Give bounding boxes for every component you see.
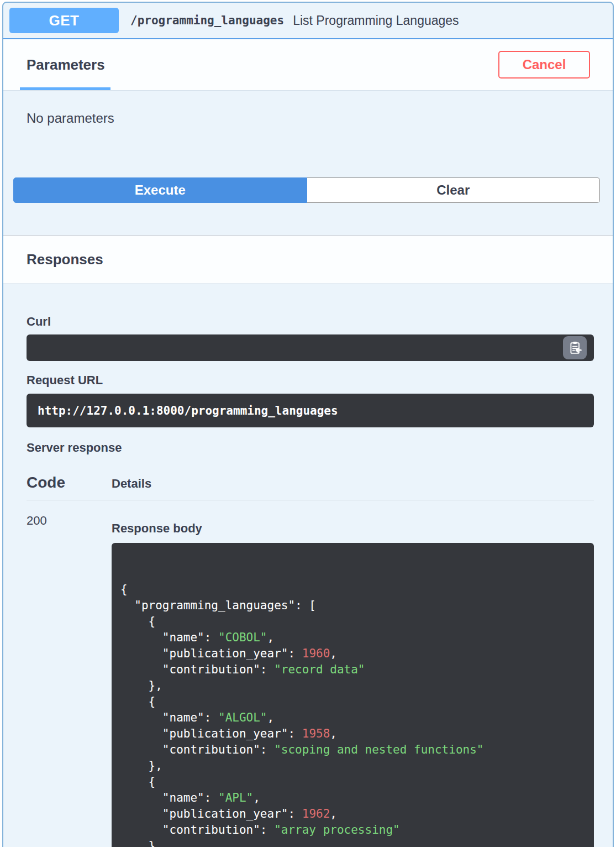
responses-title: Responses <box>27 251 103 268</box>
execute-button-row: Execute Clear <box>13 177 600 203</box>
response-row-200: 200 Response body { "programming_languag… <box>27 500 594 847</box>
spacer <box>3 203 613 235</box>
no-parameters-text: No parameters <box>27 111 613 126</box>
operation-summary[interactable]: GET /programming_languages List Programm… <box>3 3 613 39</box>
response-table-header: Code Details <box>27 474 594 492</box>
tab-parameters[interactable]: Parameters <box>27 56 105 74</box>
copy-to-clipboard-icon <box>567 340 583 355</box>
execute-button[interactable]: Execute <box>13 177 307 203</box>
curl-label: Curl <box>27 315 594 329</box>
curl-command-bar: curl -X GET "http://127.0.0.1:8000/progr… <box>27 334 594 361</box>
copy-to-clipboard-button[interactable] <box>563 336 587 359</box>
responses-section-header: Responses <box>3 235 613 284</box>
active-tab-underline <box>20 87 110 90</box>
endpoint-summary-text: List Programming Languages <box>293 13 459 28</box>
clear-button[interactable]: Clear <box>307 177 601 203</box>
code-column-header: Code <box>27 474 112 492</box>
parameters-section-header: Parameters Cancel <box>3 39 613 91</box>
status-code: 200 <box>27 500 112 847</box>
cancel-button[interactable]: Cancel <box>498 51 590 79</box>
response-body-code: { "programming_languages": [ { "name": "… <box>120 582 594 847</box>
http-method-badge[interactable]: GET <box>9 8 119 33</box>
response-row-details: Response body { "programming_languages":… <box>112 500 594 847</box>
operation-block-get: GET /programming_languages List Programm… <box>2 2 614 847</box>
server-response-label: Server response <box>27 441 594 455</box>
endpoint-path[interactable]: /programming_languages <box>130 14 284 27</box>
request-url-label: Request URL <box>27 373 594 388</box>
response-body-block: { "programming_languages": [ { "name": "… <box>112 543 594 847</box>
request-url-bar: http://127.0.0.1:8000/programming_langua… <box>27 394 594 427</box>
details-column-header: Details <box>112 477 151 491</box>
request-url-text: http://127.0.0.1:8000/programming_langua… <box>38 404 338 417</box>
response-body-label: Response body <box>112 521 594 536</box>
responses-body: Curl curl -X GET "http://127.0.0.1:8000/… <box>3 315 613 847</box>
